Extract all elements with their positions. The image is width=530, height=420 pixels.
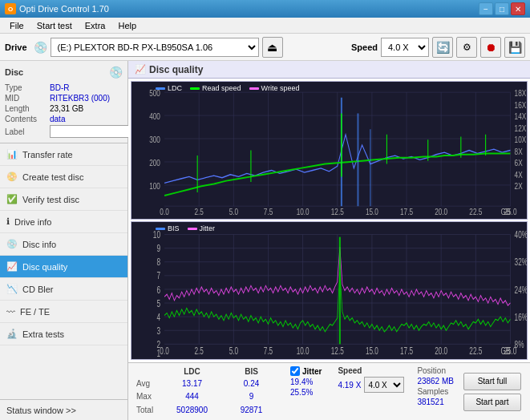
settings-button[interactable]: ⚙ (456, 37, 477, 58)
close-button[interactable]: ✕ (511, 2, 525, 15)
jitter-checkbox[interactable] (290, 366, 300, 376)
menu-file[interactable]: File (3, 19, 30, 32)
ldc-header: LDC (159, 366, 225, 377)
svg-text:17.5: 17.5 (400, 207, 413, 216)
menu-help[interactable]: Help (111, 19, 143, 32)
svg-text:14X: 14X (515, 111, 527, 121)
ldc-legend-label: LDC (168, 84, 182, 92)
disc-mid-val: RITEKBR3 (000) (50, 94, 110, 103)
dq-icon: 📈 (135, 64, 146, 75)
nav-drive-info[interactable]: ℹ Drive info (0, 211, 127, 233)
menu-extra[interactable]: Extra (79, 19, 112, 32)
svg-text:18X: 18X (515, 88, 527, 98)
create-test-icon: 📀 (6, 172, 18, 182)
svg-text:200: 200 (149, 158, 160, 168)
jitter-label: Jitter (302, 367, 322, 376)
bis-header: BIS (225, 366, 277, 377)
disc-cd-icon: 💿 (109, 66, 123, 79)
bis-legend-label: BIS (168, 224, 180, 232)
svg-text:20.0: 20.0 (435, 207, 447, 216)
stats-bar: LDC BIS Avg 13.17 0.24 Max 444 9 (128, 362, 530, 420)
action-buttons: Start full Start part (463, 366, 521, 417)
speed-value: 4.19 X (338, 381, 361, 390)
disc-panel-header: Disc 💿 (5, 66, 123, 79)
menu-start-test[interactable]: Start test (30, 19, 79, 32)
minimize-button[interactable]: − (479, 2, 493, 15)
svg-text:6X: 6X (515, 158, 524, 168)
svg-text:15.0: 15.0 (366, 207, 378, 216)
speed-dropdown[interactable]: 4.0 X (381, 38, 429, 57)
disc-length-val: 23,31 GB (50, 104, 83, 113)
svg-text:16%: 16% (515, 311, 527, 322)
svg-text:12X: 12X (515, 123, 527, 133)
cd-bler-icon: 📉 (6, 284, 18, 294)
disc-quality-icon: 📈 (6, 261, 18, 272)
svg-text:6: 6 (156, 284, 160, 295)
write-speed-legend-label: Write speed (261, 84, 300, 92)
drive-info-icon: ℹ (6, 216, 10, 227)
svg-text:5.0: 5.0 (229, 345, 239, 356)
jitter-legend-item: Jitter (188, 224, 216, 232)
sidebar: Disc 💿 Type BD-R MID RITEKBR3 (000) Leng… (0, 61, 128, 420)
disc-length-row: Length 23,31 GB (5, 104, 123, 113)
speed-value-row: 4.19 X 4.0 X (338, 377, 404, 393)
nav-disc-quality-label: Disc quality (22, 262, 67, 272)
start-full-button[interactable]: Start full (463, 373, 521, 390)
maximize-button[interactable]: □ (495, 2, 509, 15)
total-ldc: 5028900 (159, 403, 225, 417)
disc-contents-label: Contents (5, 115, 47, 123)
record-button[interactable]: ⏺ (480, 37, 501, 58)
write-speed-legend-item: Write speed (249, 84, 300, 92)
svg-text:5.0: 5.0 (229, 207, 238, 216)
nav-disc-info[interactable]: 💿 Disc info (0, 233, 127, 256)
refresh-button[interactable]: 🔄 (432, 37, 453, 58)
eject-button[interactable]: ⏏ (262, 37, 283, 58)
bis-chart-svg: 10 9 8 7 6 5 4 3 2 1 40% 32% 24% 16% 8% (131, 222, 527, 359)
speed-select[interactable]: 4.0 X (364, 377, 404, 393)
disc-label-key: Label (5, 127, 47, 136)
nav-cd-bler[interactable]: 📉 CD Bler (0, 278, 127, 301)
nav-transfer-rate[interactable]: 📊 Transfer rate (0, 143, 127, 166)
svg-text:40%: 40% (515, 228, 527, 240)
charts-area: LDC Read speed Write speed (128, 79, 530, 362)
position-value: 23862 MB (417, 377, 454, 386)
read-speed-legend-item: Read speed (190, 84, 241, 92)
samples-label: Samples (417, 387, 454, 396)
disc-type-val: BD-R (50, 83, 69, 92)
svg-text:17.5: 17.5 (400, 345, 413, 356)
disc-mid-label: MID (5, 94, 47, 103)
nav-extra-tests-label: Extra tests (22, 329, 64, 339)
disc-quality-header: 📈 Disc quality (128, 61, 530, 79)
drive-dropdown[interactable]: (E:) PLEXTOR BD-R PX-LB950SA 1.06 (51, 38, 259, 57)
ldc-legend-item: LDC (156, 84, 182, 92)
svg-rect-0 (131, 82, 527, 219)
total-label: Total (133, 403, 159, 417)
jitter-section: Jitter 19.4% 25.5% (284, 366, 328, 417)
nav-drive-info-label: Drive info (14, 217, 51, 227)
nav-disc-quality[interactable]: 📈 Disc quality (0, 256, 127, 278)
jitter-checkbox-row: Jitter (290, 366, 322, 376)
svg-text:8: 8 (156, 256, 160, 268)
disc-label-row: Label 🔍 (5, 125, 123, 138)
nav-create-test-disc[interactable]: 📀 Create test disc (0, 166, 127, 188)
svg-text:100: 100 (149, 181, 160, 191)
nav-extra-tests[interactable]: 🔬 Extra tests (0, 323, 127, 345)
svg-text:10.0: 10.0 (297, 345, 310, 356)
svg-text:GB: GB (501, 207, 511, 216)
save-button[interactable]: 💾 (504, 37, 525, 58)
svg-text:2X: 2X (515, 181, 524, 191)
disc-contents-val: data (50, 115, 65, 123)
nav-verify-test-disc[interactable]: ✅ Verify test disc (0, 188, 127, 211)
svg-text:7.5: 7.5 (264, 207, 273, 216)
svg-text:4: 4 (156, 311, 160, 322)
nav-fe-te[interactable]: 〰 FE / TE (0, 301, 127, 323)
svg-text:4X: 4X (515, 170, 524, 180)
extra-tests-icon: 🔬 (6, 329, 18, 339)
max-label: Max (133, 390, 159, 404)
avg-jitter: 19.4% (290, 378, 322, 386)
content-area: 📈 Disc quality LDC Read speed (128, 61, 530, 420)
status-window-button[interactable]: Status window >> (0, 399, 127, 420)
disc-length-label: Length (5, 104, 47, 113)
status-window-label: Status window >> (6, 406, 76, 415)
start-part-button[interactable]: Start part (463, 394, 521, 411)
